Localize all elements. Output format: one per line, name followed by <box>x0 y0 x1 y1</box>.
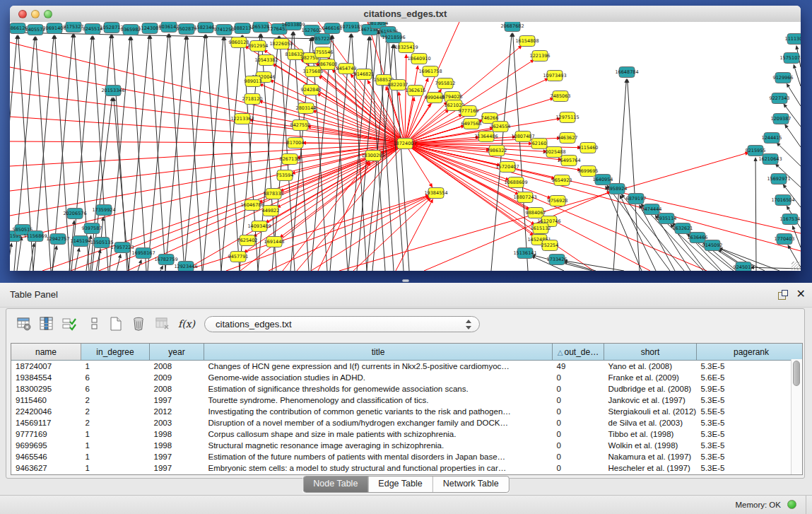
graph-node[interactable]: 1145194 <box>71 236 91 247</box>
table-cell[interactable]: 1 <box>81 361 150 373</box>
graph-node[interactable]: 8912954 <box>248 41 269 52</box>
table-cell[interactable]: Nakamura et al. (1997) <box>604 451 697 462</box>
graph-node[interactable]: 12975115 <box>555 112 579 123</box>
table-cell[interactable]: Investigating the contribution of common… <box>204 406 553 417</box>
graph-node[interactable]: 9457791 <box>228 252 249 262</box>
table-row[interactable]: 2242004622012Investigating the contribut… <box>11 406 803 417</box>
column-header-year[interactable]: year <box>150 344 204 361</box>
table-cell[interactable]: 0 <box>553 440 604 451</box>
graph-node[interactable]: 1221396 <box>530 51 551 62</box>
table-cell[interactable]: 5.3E-5 <box>697 462 804 474</box>
table-cell[interactable]: 1998 <box>150 440 204 451</box>
table-cell[interactable]: 18300295 <box>11 383 81 395</box>
graph-node[interactable]: 9227343 <box>770 93 790 104</box>
graph-node[interactable]: 817004 <box>287 138 305 148</box>
table-cell[interactable]: Dudbridge et al. (2008) <box>604 383 697 395</box>
graph-node[interactable]: 9397587 <box>82 223 102 234</box>
row-height-icon[interactable] <box>86 315 104 333</box>
graph-node[interactable]: 16154808 <box>515 36 539 47</box>
table-cell[interactable]: Changes of HCN gene expression and I(f) … <box>204 361 553 373</box>
graph-node[interactable]: 2718120 <box>242 94 263 105</box>
table-row[interactable]: 911546021997Tourette syndrome. Phenomeno… <box>11 395 803 406</box>
table-cell[interactable]: 2008 <box>150 383 204 395</box>
table-cell[interactable]: 49 <box>553 361 604 373</box>
table-cell[interactable]: 2003 <box>150 417 204 428</box>
graph-node[interactable]: 8958924 <box>607 184 628 194</box>
graph-node[interactable]: 9115460 <box>578 143 599 153</box>
graph-node[interactable]: 8267130 <box>280 154 300 165</box>
table-cell[interactable]: 1 <box>81 451 150 462</box>
table-cell[interactable]: 22420046 <box>11 406 81 417</box>
graph-node[interactable]: 9777169 <box>459 106 479 117</box>
network-canvas[interactable]: 6866126140557220691406917532782455141052… <box>10 22 801 271</box>
table-scrollbar-thumb[interactable] <box>793 361 800 386</box>
table-select-dropdown[interactable]: citations_edges.txt <box>204 316 480 332</box>
table-cell[interactable]: 5.9E-5 <box>697 383 804 395</box>
graph-node[interactable]: 2935114 <box>657 214 677 224</box>
graph-node[interactable]: 3175685 <box>303 66 324 77</box>
table-cell[interactable]: 0 <box>553 372 604 383</box>
table-cell[interactable]: 9115460 <box>11 395 81 406</box>
column-header-short[interactable]: short <box>604 344 697 361</box>
graph-node[interactable]: 7986322 <box>487 146 507 156</box>
table-cell[interactable]: 9463627 <box>11 462 81 474</box>
graph-node[interactable]: 18640910 <box>407 54 430 64</box>
table-cell[interactable]: Franke et al. (2009) <box>604 372 697 383</box>
graph-node[interactable]: 9145092 <box>702 240 723 251</box>
table-cell[interactable]: Hescheler et al. (1997) <box>604 462 697 474</box>
table-cell[interactable]: 6 <box>81 383 150 395</box>
table-cell[interactable]: Embryonic stem cells: a model to study s… <box>204 462 553 474</box>
graph-node[interactable]: 1111304 <box>785 34 801 45</box>
table-cell[interactable]: Structural magnetic resonance image aver… <box>204 440 553 451</box>
table-cell[interactable]: 5.3E-5 <box>697 361 804 373</box>
table-cell[interactable]: 1997 <box>150 395 204 406</box>
graph-node[interactable]: 6879197 <box>626 194 647 204</box>
graph-node[interactable]: 12942757 <box>46 234 69 245</box>
tab-node-table[interactable]: Node Table <box>303 477 368 492</box>
table-cell[interactable]: 1 <box>81 440 150 451</box>
table-cell[interactable]: Estimation of significance thresholds fo… <box>204 383 553 395</box>
graph-node[interactable]: 2803144 <box>296 103 317 114</box>
graph-node[interactable]: 7632621 <box>673 223 693 234</box>
table-row[interactable]: 946362711997Embryonic stem cells: a mode… <box>11 462 803 474</box>
graph-node[interactable]: 16958167 <box>131 248 155 259</box>
graph-node[interactable]: 17016504 <box>771 195 794 206</box>
panel-splitter-handle[interactable] <box>402 279 409 282</box>
graph-node[interactable]: 7857224 <box>312 34 333 45</box>
graph-node[interactable]: 753594 <box>276 170 294 181</box>
graph-node[interactable]: 252254 <box>541 240 559 251</box>
table-cell[interactable]: 0 <box>553 417 604 428</box>
table-cell[interactable]: 2009 <box>150 372 204 383</box>
table-cell[interactable]: 2 <box>81 406 150 417</box>
graph-node[interactable]: 62160 <box>531 139 547 149</box>
graph-node[interactable]: 12923446 <box>174 262 197 271</box>
table-cell[interactable]: Yano et al. (2008) <box>604 361 697 373</box>
table-cell[interactable]: 14569117 <box>11 417 81 428</box>
table-cell[interactable]: Jankovic et al. (1997) <box>604 395 697 406</box>
graph-node[interactable]: 449822 <box>262 206 280 216</box>
close-panel-icon[interactable]: ✕ <box>796 287 806 301</box>
resize-grip-icon[interactable] <box>792 262 800 270</box>
table-settings-icon[interactable] <box>15 315 33 333</box>
graph-node[interactable]: 20687682 <box>500 22 524 32</box>
table-cell[interactable]: 5.3E-5 <box>697 451 804 462</box>
graph-node[interactable]: 1209387 <box>771 114 792 124</box>
graph-node[interactable]: 15720407 <box>495 162 519 173</box>
graph-node[interactable]: 9463627 <box>558 133 578 144</box>
table-cell[interactable]: 0 <box>553 395 604 406</box>
table-cell[interactable]: 0 <box>553 406 604 417</box>
table-cell[interactable]: 0 <box>553 383 604 395</box>
table-cell[interactable]: 6 <box>81 372 150 383</box>
window-titlebar[interactable]: citations_edges.txt <box>10 6 801 23</box>
graph-node[interactable]: 16648784 <box>615 67 638 78</box>
graph-node[interactable]: 8427552 <box>290 120 311 131</box>
graph-node[interactable]: 9242848 <box>301 85 322 95</box>
graph-node[interactable]: 989013 <box>245 76 262 87</box>
graph-node[interactable]: 9756928 <box>548 196 568 206</box>
graph-node[interactable]: 9699695 <box>578 166 599 177</box>
table-cell[interactable]: Corpus callosum shape and size in male p… <box>204 428 553 440</box>
table-cell[interactable]: 1998 <box>150 428 204 440</box>
graph-node[interactable]: 3624554 <box>490 122 511 132</box>
table-cell[interactable]: 5.3E-5 <box>697 395 804 406</box>
float-panel-icon[interactable] <box>778 290 788 300</box>
